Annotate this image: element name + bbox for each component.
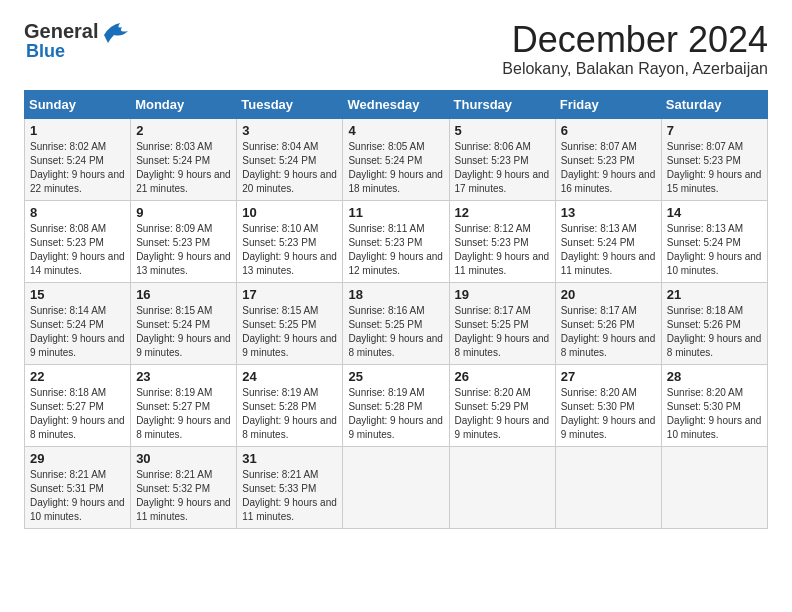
cell-content: Sunrise: 8:14 AMSunset: 5:24 PMDaylight:… bbox=[30, 304, 125, 360]
col-thursday: Thursday bbox=[449, 90, 555, 118]
calendar-cell: 11Sunrise: 8:11 AMSunset: 5:23 PMDayligh… bbox=[343, 200, 449, 282]
cell-content: Sunrise: 8:19 AMSunset: 5:27 PMDaylight:… bbox=[136, 386, 231, 442]
col-saturday: Saturday bbox=[661, 90, 767, 118]
day-number: 12 bbox=[455, 205, 550, 220]
cell-content: Sunrise: 8:19 AMSunset: 5:28 PMDaylight:… bbox=[242, 386, 337, 442]
cell-content: Sunrise: 8:20 AMSunset: 5:30 PMDaylight:… bbox=[561, 386, 656, 442]
day-number: 16 bbox=[136, 287, 231, 302]
cell-content: Sunrise: 8:04 AMSunset: 5:24 PMDaylight:… bbox=[242, 140, 337, 196]
cell-content: Sunrise: 8:21 AMSunset: 5:33 PMDaylight:… bbox=[242, 468, 337, 524]
logo-general-text: General bbox=[24, 20, 98, 43]
cell-content: Sunrise: 8:20 AMSunset: 5:29 PMDaylight:… bbox=[455, 386, 550, 442]
calendar-cell: 12Sunrise: 8:12 AMSunset: 5:23 PMDayligh… bbox=[449, 200, 555, 282]
day-number: 14 bbox=[667, 205, 762, 220]
logo-bird-icon bbox=[100, 21, 128, 43]
calendar-cell: 7Sunrise: 8:07 AMSunset: 5:23 PMDaylight… bbox=[661, 118, 767, 200]
calendar-row: 22Sunrise: 8:18 AMSunset: 5:27 PMDayligh… bbox=[25, 364, 768, 446]
cell-content: Sunrise: 8:09 AMSunset: 5:23 PMDaylight:… bbox=[136, 222, 231, 278]
cell-content: Sunrise: 8:15 AMSunset: 5:24 PMDaylight:… bbox=[136, 304, 231, 360]
calendar-cell: 6Sunrise: 8:07 AMSunset: 5:23 PMDaylight… bbox=[555, 118, 661, 200]
calendar-cell: 25Sunrise: 8:19 AMSunset: 5:28 PMDayligh… bbox=[343, 364, 449, 446]
cell-content: Sunrise: 8:17 AMSunset: 5:26 PMDaylight:… bbox=[561, 304, 656, 360]
day-number: 23 bbox=[136, 369, 231, 384]
calendar-cell: 14Sunrise: 8:13 AMSunset: 5:24 PMDayligh… bbox=[661, 200, 767, 282]
day-number: 26 bbox=[455, 369, 550, 384]
day-number: 29 bbox=[30, 451, 125, 466]
cell-content: Sunrise: 8:13 AMSunset: 5:24 PMDaylight:… bbox=[667, 222, 762, 278]
calendar-cell: 2Sunrise: 8:03 AMSunset: 5:24 PMDaylight… bbox=[131, 118, 237, 200]
day-number: 7 bbox=[667, 123, 762, 138]
cell-content: Sunrise: 8:07 AMSunset: 5:23 PMDaylight:… bbox=[561, 140, 656, 196]
day-number: 18 bbox=[348, 287, 443, 302]
calendar-cell bbox=[449, 446, 555, 528]
calendar-cell: 18Sunrise: 8:16 AMSunset: 5:25 PMDayligh… bbox=[343, 282, 449, 364]
calendar-cell: 17Sunrise: 8:15 AMSunset: 5:25 PMDayligh… bbox=[237, 282, 343, 364]
cell-content: Sunrise: 8:06 AMSunset: 5:23 PMDaylight:… bbox=[455, 140, 550, 196]
day-number: 8 bbox=[30, 205, 125, 220]
calendar-cell: 19Sunrise: 8:17 AMSunset: 5:25 PMDayligh… bbox=[449, 282, 555, 364]
calendar-cell: 3Sunrise: 8:04 AMSunset: 5:24 PMDaylight… bbox=[237, 118, 343, 200]
day-number: 13 bbox=[561, 205, 656, 220]
cell-content: Sunrise: 8:20 AMSunset: 5:30 PMDaylight:… bbox=[667, 386, 762, 442]
calendar-cell: 28Sunrise: 8:20 AMSunset: 5:30 PMDayligh… bbox=[661, 364, 767, 446]
calendar-cell: 29Sunrise: 8:21 AMSunset: 5:31 PMDayligh… bbox=[25, 446, 131, 528]
cell-content: Sunrise: 8:21 AMSunset: 5:32 PMDaylight:… bbox=[136, 468, 231, 524]
cell-content: Sunrise: 8:12 AMSunset: 5:23 PMDaylight:… bbox=[455, 222, 550, 278]
cell-content: Sunrise: 8:07 AMSunset: 5:23 PMDaylight:… bbox=[667, 140, 762, 196]
day-number: 11 bbox=[348, 205, 443, 220]
calendar-row: 29Sunrise: 8:21 AMSunset: 5:31 PMDayligh… bbox=[25, 446, 768, 528]
cell-content: Sunrise: 8:05 AMSunset: 5:24 PMDaylight:… bbox=[348, 140, 443, 196]
day-number: 24 bbox=[242, 369, 337, 384]
col-sunday: Sunday bbox=[25, 90, 131, 118]
cell-content: Sunrise: 8:17 AMSunset: 5:25 PMDaylight:… bbox=[455, 304, 550, 360]
calendar-cell: 4Sunrise: 8:05 AMSunset: 5:24 PMDaylight… bbox=[343, 118, 449, 200]
day-number: 27 bbox=[561, 369, 656, 384]
calendar-cell: 1Sunrise: 8:02 AMSunset: 5:24 PMDaylight… bbox=[25, 118, 131, 200]
calendar-cell: 15Sunrise: 8:14 AMSunset: 5:24 PMDayligh… bbox=[25, 282, 131, 364]
cell-content: Sunrise: 8:13 AMSunset: 5:24 PMDaylight:… bbox=[561, 222, 656, 278]
day-number: 1 bbox=[30, 123, 125, 138]
col-wednesday: Wednesday bbox=[343, 90, 449, 118]
calendar-cell: 22Sunrise: 8:18 AMSunset: 5:27 PMDayligh… bbox=[25, 364, 131, 446]
location-subtitle: Belokany, Balakan Rayon, Azerbaijan bbox=[502, 60, 768, 78]
calendar-cell: 10Sunrise: 8:10 AMSunset: 5:23 PMDayligh… bbox=[237, 200, 343, 282]
month-year-title: December 2024 bbox=[502, 20, 768, 60]
calendar-row: 8Sunrise: 8:08 AMSunset: 5:23 PMDaylight… bbox=[25, 200, 768, 282]
calendar-cell: 21Sunrise: 8:18 AMSunset: 5:26 PMDayligh… bbox=[661, 282, 767, 364]
day-number: 2 bbox=[136, 123, 231, 138]
cell-content: Sunrise: 8:03 AMSunset: 5:24 PMDaylight:… bbox=[136, 140, 231, 196]
calendar-cell: 20Sunrise: 8:17 AMSunset: 5:26 PMDayligh… bbox=[555, 282, 661, 364]
day-number: 4 bbox=[348, 123, 443, 138]
day-number: 22 bbox=[30, 369, 125, 384]
calendar-cell bbox=[555, 446, 661, 528]
calendar-cell: 9Sunrise: 8:09 AMSunset: 5:23 PMDaylight… bbox=[131, 200, 237, 282]
calendar-cell bbox=[661, 446, 767, 528]
day-number: 25 bbox=[348, 369, 443, 384]
day-number: 5 bbox=[455, 123, 550, 138]
cell-content: Sunrise: 8:21 AMSunset: 5:31 PMDaylight:… bbox=[30, 468, 125, 524]
calendar-cell: 8Sunrise: 8:08 AMSunset: 5:23 PMDaylight… bbox=[25, 200, 131, 282]
calendar-cell: 5Sunrise: 8:06 AMSunset: 5:23 PMDaylight… bbox=[449, 118, 555, 200]
calendar-cell: 26Sunrise: 8:20 AMSunset: 5:29 PMDayligh… bbox=[449, 364, 555, 446]
cell-content: Sunrise: 8:11 AMSunset: 5:23 PMDaylight:… bbox=[348, 222, 443, 278]
calendar-cell: 27Sunrise: 8:20 AMSunset: 5:30 PMDayligh… bbox=[555, 364, 661, 446]
cell-content: Sunrise: 8:18 AMSunset: 5:26 PMDaylight:… bbox=[667, 304, 762, 360]
day-number: 31 bbox=[242, 451, 337, 466]
day-number: 9 bbox=[136, 205, 231, 220]
calendar-row: 15Sunrise: 8:14 AMSunset: 5:24 PMDayligh… bbox=[25, 282, 768, 364]
cell-content: Sunrise: 8:10 AMSunset: 5:23 PMDaylight:… bbox=[242, 222, 337, 278]
cell-content: Sunrise: 8:16 AMSunset: 5:25 PMDaylight:… bbox=[348, 304, 443, 360]
day-number: 17 bbox=[242, 287, 337, 302]
page-header: General Blue December 2024 Belokany, Bal… bbox=[24, 20, 768, 78]
calendar-cell: 16Sunrise: 8:15 AMSunset: 5:24 PMDayligh… bbox=[131, 282, 237, 364]
col-tuesday: Tuesday bbox=[237, 90, 343, 118]
logo-blue-text: Blue bbox=[26, 41, 65, 62]
cell-content: Sunrise: 8:19 AMSunset: 5:28 PMDaylight:… bbox=[348, 386, 443, 442]
day-number: 10 bbox=[242, 205, 337, 220]
day-number: 6 bbox=[561, 123, 656, 138]
calendar-cell: 31Sunrise: 8:21 AMSunset: 5:33 PMDayligh… bbox=[237, 446, 343, 528]
calendar-cell: 23Sunrise: 8:19 AMSunset: 5:27 PMDayligh… bbox=[131, 364, 237, 446]
day-number: 20 bbox=[561, 287, 656, 302]
calendar-cell: 13Sunrise: 8:13 AMSunset: 5:24 PMDayligh… bbox=[555, 200, 661, 282]
day-number: 15 bbox=[30, 287, 125, 302]
